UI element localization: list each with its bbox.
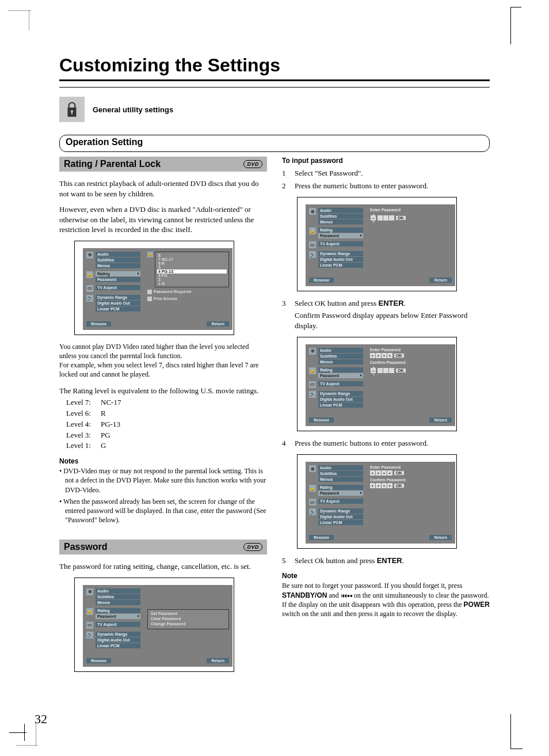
osd-item: Menus — [318, 359, 363, 364]
lock-small-icon: 🔒 — [147, 252, 153, 257]
osd-item: Digital Audio Out — [318, 257, 363, 262]
tv-cat-icon: ▭ — [86, 622, 93, 629]
rating-level-table: Level 7:NC-17 Level 6:R Level 4:PG-13 Le… — [66, 397, 267, 451]
osd-item: Audio — [318, 348, 363, 353]
audio-cat-icon: 🔊 — [309, 391, 316, 398]
right-column: To input password 1Select "Set Password"… — [282, 157, 490, 678]
password-subheading: Password DVD — [59, 540, 267, 554]
rating-paragraph: For example, when you select level 7, di… — [59, 360, 267, 379]
osd-item-selected: Rating — [96, 271, 140, 276]
dvd-badge: DVD — [243, 543, 262, 551]
password-subheading-label: Password — [64, 542, 108, 552]
rating-paragraph: You cannot play DVD Video rated higher t… — [59, 342, 267, 360]
audio-cat-icon: 🔊 — [86, 295, 93, 302]
lock-cat-icon: 🔒 — [309, 367, 316, 374]
osd-item: Audio — [318, 465, 363, 470]
osd-item: Subtitles — [318, 471, 363, 476]
osd-item: Subtitles — [96, 257, 140, 263]
osd-item: Linear PCM — [318, 402, 363, 408]
password-entry-row: ▴–▾ OK — [370, 213, 452, 223]
osd-item: Digital Audio Out — [96, 637, 140, 643]
tv-cat-icon: ▭ — [309, 499, 316, 506]
submenu-item: Set Password — [150, 611, 227, 616]
level-rating: NC-17 — [101, 397, 121, 408]
osd-item: Dynamic Range — [318, 508, 363, 514]
osd-item: Linear PCM — [318, 263, 363, 268]
ok-button: OK — [396, 368, 406, 373]
level-option: 6 R — [157, 261, 227, 265]
osd-item-selected: Password — [318, 233, 363, 238]
page-number: 32 — [35, 712, 47, 727]
skip-prev-icon: ⏮◀◀ — [341, 592, 352, 599]
osd-item: Dynamic Range — [318, 391, 363, 396]
osd-item: Rating — [318, 367, 363, 373]
osd-figure-confirm-password: ⊕ Audio Subtitles Menus 🔒 Rating Passwor… — [297, 337, 457, 431]
submenu-item: Change Password — [150, 621, 227, 626]
utility-header: General utility settings — [59, 97, 490, 122]
free-access-row: Free Access — [147, 297, 229, 301]
globe-icon: ⊕ — [86, 252, 93, 259]
enter-password-label: Enter Password — [370, 348, 452, 352]
ok-button: OK — [394, 471, 404, 475]
osd-item: Menus — [318, 477, 363, 482]
step: 5 Select Ok button and press ENTER. — [282, 556, 490, 566]
osd-item: Dynamic Range — [318, 251, 363, 256]
lock-cat-icon: 🔒 — [309, 485, 316, 492]
crop-mark — [510, 714, 523, 749]
osd-return-button: Return — [207, 321, 229, 326]
osd-item-selected: Password — [96, 614, 140, 619]
tv-cat-icon: ▭ — [309, 381, 316, 388]
section-heading: Operation Setting — [59, 135, 490, 152]
level-label: Level 4: — [66, 419, 101, 430]
osd-item: Dynamic Range — [96, 632, 140, 637]
crop-mark — [510, 7, 521, 44]
rating-subheading: Rating / Parental Lock DVD — [59, 157, 267, 172]
tv-cat-icon: ▭ — [86, 285, 93, 292]
dvd-badge: DVD — [243, 160, 262, 168]
level-label: Level 6: — [66, 408, 101, 419]
lock-icon — [59, 97, 85, 122]
globe-icon: ⊕ — [86, 588, 93, 595]
osd-resume-button: Resume — [86, 658, 111, 663]
level-option: 8 — [157, 253, 227, 257]
lock-cat-icon: 🔒 — [86, 608, 93, 615]
osd-resume-button: Resume — [309, 417, 334, 423]
osd-figure-password: ⊕ Audio Subtitles Menus 🔒 Rating P — [74, 578, 234, 672]
level-option: 5 — [157, 265, 227, 269]
osd-item: Linear PCM — [318, 520, 363, 525]
rating-paragraph: The Rating level is equivalent to the fo… — [59, 386, 267, 396]
osd-item: Menus — [96, 600, 140, 605]
level-option: 2 — [157, 278, 227, 282]
osd-return-button: Return — [207, 658, 229, 663]
enter-password-label: Enter Password — [370, 465, 452, 469]
osd-item: Digital Audio Out — [96, 301, 140, 306]
osd-item: Menus — [318, 219, 363, 225]
osd-item: TV Aspect — [96, 285, 140, 290]
osd-item: Audio — [318, 208, 363, 213]
input-password-heading: To input password — [282, 157, 490, 165]
crop-mark — [24, 724, 25, 741]
enter-password-label: Enter Password — [370, 208, 452, 212]
submenu-item: Clear Password — [150, 616, 227, 621]
osd-figure-rating: ⊕ Audio Subtitles Menus 🔒 Rating P — [74, 241, 234, 335]
osd-item: Rating — [318, 485, 363, 490]
crop-mark — [16, 724, 38, 746]
globe-icon: ⊕ — [309, 208, 316, 215]
osd-resume-button: Resume — [309, 278, 334, 283]
password-paragraph: The password for rating setting, change,… — [59, 561, 267, 572]
osd-figure-confirm-filled: ⊕ Audio Subtitles Menus 🔒 Rating Passwor… — [297, 454, 457, 549]
ok-button: OK — [396, 216, 406, 220]
osd-item: Audio — [96, 588, 140, 594]
step: 1Select "Set Password". — [282, 168, 490, 178]
manual-page: Customizing the Settings General utility… — [59, 55, 490, 678]
ok-button: OK — [394, 484, 404, 488]
divider — [59, 79, 490, 81]
notes-heading: Note — [282, 572, 490, 580]
osd-item: Subtitles — [318, 214, 363, 219]
osd-item: TV Aspect — [318, 241, 363, 246]
step: 3 Select OK button and press ENTER. — [282, 298, 490, 309]
level-label: Level 1: — [66, 440, 101, 451]
level-rating: R — [101, 408, 106, 419]
note-body: Be sure not to forget your password. If … — [282, 581, 490, 618]
level-option: 1 G — [157, 282, 227, 286]
